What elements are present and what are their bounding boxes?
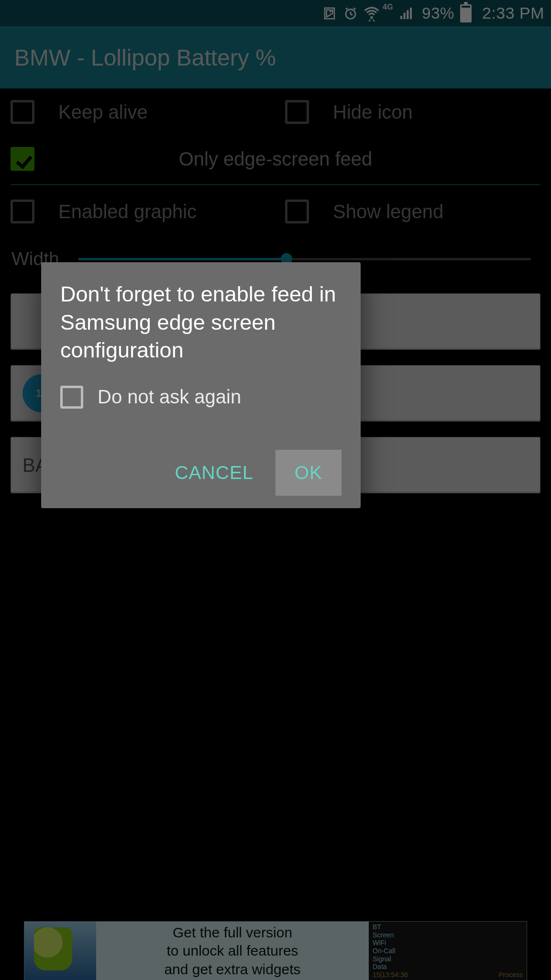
cancel-button[interactable]: CANCEL xyxy=(166,453,262,493)
dialog-message: Don't forget to enable feed in Samsung e… xyxy=(60,280,342,365)
dialog-actions: CANCEL OK xyxy=(60,450,342,496)
reminder-dialog: Don't forget to enable feed in Samsung e… xyxy=(41,262,361,508)
dont-ask-row[interactable]: Do not ask again xyxy=(60,386,342,409)
ok-button[interactable]: OK xyxy=(276,450,342,496)
dont-ask-checkbox[interactable] xyxy=(60,386,83,409)
dont-ask-label: Do not ask again xyxy=(98,386,241,408)
